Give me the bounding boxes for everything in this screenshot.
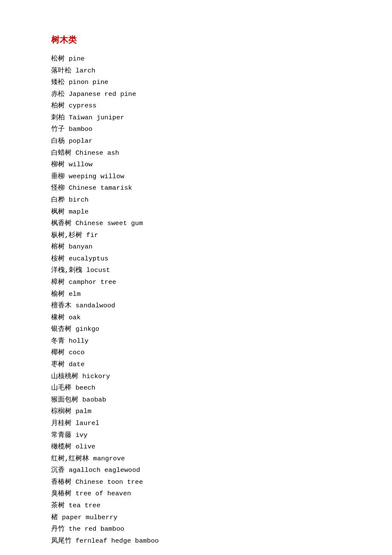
list-item: 香椿树 Chinese toon tree [51,477,341,489]
list-item: 茶树 tea tree [51,500,341,512]
list-item: 柳树 willow [51,159,341,171]
list-item: 橡树 oak [51,312,341,324]
list-item: 凤尾竹 fernleaf hedge bamboo [51,535,341,547]
list-item: 竹子 bamboo [51,124,341,136]
list-item: 枞树,杉树 fir [51,230,341,242]
list-item: 山核桃树 hickory [51,371,341,383]
vocab-list: 松树 pine落叶松 larch矮松 pinon pine赤松 Japanese… [51,53,341,547]
list-item: 樟树 camphor tree [51,277,341,289]
list-item: 枫树 maple [51,206,341,218]
list-item: 白杨 poplar [51,136,341,147]
list-item: 榆树 elm [51,289,341,301]
list-item: 椰树 coco [51,347,341,359]
list-item: 榕树 banyan [51,241,341,253]
list-item: 臭椿树 tree of heaven [51,488,341,500]
section-title: 树木类 [51,34,341,46]
list-item: 橄榄树 olive [51,441,341,453]
list-item: 怪柳 Chinese tamarisk [51,182,341,194]
list-item: 垂柳 weeping willow [51,171,341,183]
list-item: 白桦 birch [51,194,341,206]
list-item: 银杏树 ginkgo [51,324,341,335]
list-item: 松树 pine [51,53,341,65]
list-item: 白蜡树 Chinese ash [51,147,341,159]
list-item: 桉树 eucalyptus [51,253,341,265]
list-item: 冬青 holly [51,335,341,347]
list-item: 柏树 cypress [51,100,341,112]
list-item: 山毛榉 beech [51,382,341,394]
list-item: 常青藤 ivy [51,430,341,442]
list-item: 楮 paper mulberry [51,512,341,524]
list-item: 枣树 date [51,359,341,371]
list-item: 落叶松 larch [51,65,341,77]
list-item: 丹竹 the red bamboo [51,523,341,535]
list-item: 矮松 pinon pine [51,77,341,89]
list-item: 檀香木 sandalwood [51,300,341,312]
list-item: 洋槐,刺槐 locust [51,265,341,277]
list-item: 沉香 agalloch eaglewood [51,465,341,477]
list-item: 猴面包树 baobab [51,394,341,406]
list-item: 赤松 Japanese red pine [51,89,341,101]
list-item: 棕榈树 palm [51,406,341,418]
list-item: 刺柏 Taiwan juniper [51,112,341,124]
list-item: 月桂树 laurel [51,418,341,430]
list-item: 红树,红树林 mangrove [51,453,341,465]
list-item: 枫香树 Chinese sweet gum [51,218,341,230]
